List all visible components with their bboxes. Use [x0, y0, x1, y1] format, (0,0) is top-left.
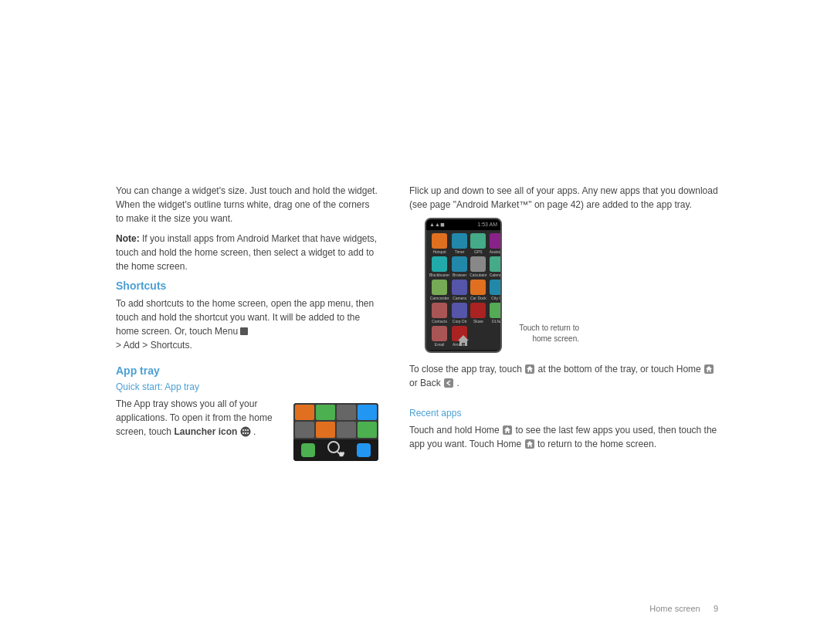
home-button-icon	[456, 333, 471, 348]
app-contacts	[432, 303, 447, 318]
mini-icon-2	[316, 405, 335, 421]
mini-icon-7	[337, 422, 356, 438]
status-left: ▲▲◼	[429, 222, 445, 228]
app-tray-section: App tray Quick start: App tray The App t…	[116, 364, 378, 461]
app-corporate	[452, 303, 467, 318]
app-cell-13: Contacts	[429, 303, 449, 324]
home-icon-recent	[502, 425, 513, 436]
svg-point-4	[242, 432, 244, 434]
app-cell-2: Timer	[452, 233, 467, 254]
app-tray-description: The App tray shows you all of your appli…	[116, 397, 284, 439]
app-camera	[452, 280, 467, 295]
phone-home-row	[426, 333, 500, 348]
app-dlna	[490, 303, 502, 318]
right-column: Flick up and down to see all of your app…	[409, 184, 718, 461]
app-cell-16: DLNA	[490, 303, 502, 324]
page-footer: Home screen 9	[649, 604, 718, 613]
widget-description: You can change a widget's size. Just tou…	[116, 184, 378, 225]
svg-point-3	[247, 429, 249, 431]
app-cell-10: Camera	[452, 280, 467, 300]
magnifier-icon	[324, 439, 348, 461]
svg-point-6	[247, 432, 249, 434]
app-cell-7: Calculator	[470, 256, 487, 277]
app-tray-content: The App tray shows you all of your appli…	[116, 397, 378, 461]
app-tray-heading: App tray	[116, 364, 378, 377]
app-tray-bar	[293, 439, 378, 461]
app-timer	[452, 233, 467, 249]
home-inline-icon	[524, 364, 535, 375]
page-label: Home screen	[649, 604, 700, 613]
svg-point-7	[328, 442, 339, 452]
mini-icon-6	[316, 422, 335, 438]
left-column: You can change a widget's size. Just tou…	[116, 184, 378, 461]
home-inline-icon-2	[703, 364, 714, 375]
quick-start-heading: Quick start: App tray	[116, 381, 378, 392]
svg-rect-11	[444, 378, 453, 388]
app-tray-text: The App tray shows you all of your appli…	[116, 397, 284, 445]
recent-apps-description: Touch and hold Home to see the last few …	[409, 423, 718, 451]
mini-icon-3	[337, 405, 356, 421]
magnifier-area	[324, 439, 348, 461]
mini-icon-5	[295, 422, 314, 438]
phone-image-container: ▲▲◼ 1:53 AM Hotspot T	[425, 218, 502, 353]
app-cell-6: Browser	[452, 256, 467, 277]
app-cell-11: Car Dock	[470, 280, 487, 300]
app-cell-4: Assistant	[490, 233, 502, 254]
flick-description: Flick up and down to see all of your app…	[409, 184, 718, 212]
page-number: 9	[714, 604, 718, 613]
page-container: You can change a widget's size. Just tou…	[0, 0, 834, 644]
phone-app-grid: Hotspot Timer GPS	[426, 230, 500, 350]
back-inline-icon	[443, 378, 454, 388]
mini-icon-4	[358, 405, 377, 421]
app-cell-1: Hotspot	[429, 233, 449, 254]
shortcuts-heading: Shortcuts	[116, 280, 378, 292]
app-tray-image	[293, 403, 378, 461]
recent-apps-heading: Recent apps	[409, 408, 718, 419]
app-city	[490, 280, 502, 295]
note-paragraph: Note: If you install apps from Android M…	[116, 232, 378, 273]
app-cell-8: Calendar	[490, 256, 502, 277]
phone-screenshot: ▲▲◼ 1:53 AM Hotspot T	[425, 218, 502, 353]
phone-display-area: ▲▲◼ 1:53 AM Hotspot T	[409, 218, 718, 353]
app-hotspot	[432, 233, 447, 249]
home-icon-recent-2	[524, 439, 535, 449]
phone-status-bar: ▲▲◼ 1:53 AM	[426, 219, 500, 230]
close-app-tray-text: To close the app tray, touch at the bott…	[409, 362, 718, 390]
svg-point-1	[242, 429, 244, 431]
svg-point-0	[241, 427, 250, 436]
app-blockbuster	[432, 256, 447, 272]
phone-icon	[301, 443, 315, 457]
app-gps	[470, 233, 486, 249]
note-content: If you install apps from Android Market …	[116, 233, 377, 272]
app-tray-top	[293, 403, 378, 439]
status-time: 1:53 AM	[477, 222, 497, 227]
mini-icon-8	[358, 422, 377, 438]
caption-area: Touch to return to home screen.	[510, 318, 579, 351]
launcher-icon	[240, 426, 251, 437]
app-browser	[452, 256, 467, 272]
app-cell-15: Skate	[470, 303, 487, 324]
app-cell-9: Camcorder	[429, 280, 449, 300]
sms-icon	[357, 443, 371, 457]
app-skate	[470, 303, 486, 318]
shortcuts-description: To add shortcuts to the home screen, ope…	[116, 297, 378, 352]
svg-point-2	[245, 429, 246, 431]
app-calendar	[490, 256, 502, 272]
menu-icon	[240, 327, 248, 335]
app-calculator	[470, 256, 486, 272]
app-carduos	[470, 280, 486, 295]
svg-point-5	[245, 432, 246, 434]
note-label: Note:	[116, 233, 140, 244]
app-tray-screenshot	[293, 403, 378, 461]
mini-icon-1	[295, 405, 314, 421]
app-cell-3: GPS	[470, 233, 487, 254]
app-cell-5: Blockbuster	[429, 256, 449, 277]
app-cell-14: Corp Dir	[452, 303, 467, 324]
content-area: You can change a widget's size. Just tou…	[116, 168, 718, 476]
caption-text: Touch to return to home screen.	[510, 323, 579, 344]
app-assistant	[490, 233, 502, 249]
app-camcorder	[432, 280, 447, 295]
app-cell-12: City ID	[490, 280, 502, 300]
